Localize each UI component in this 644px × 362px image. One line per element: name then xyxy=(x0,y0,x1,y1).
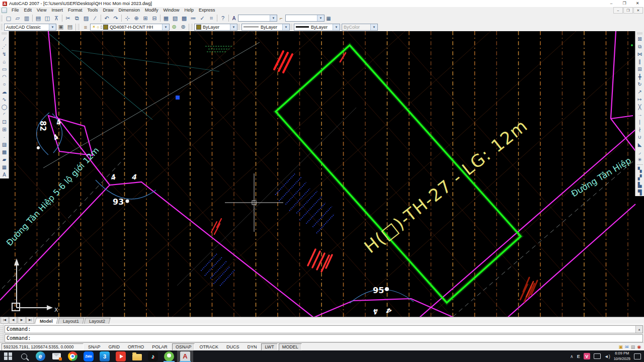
workspace-settings-icon[interactable]: ▣ xyxy=(56,23,65,31)
command-scrollbar[interactable]: ▲▼ xyxy=(635,326,642,333)
make-block-icon[interactable]: ⊞ xyxy=(1,126,9,133)
taskbar-edge[interactable]: e xyxy=(32,350,48,362)
point-82-label[interactable]: 82 xyxy=(38,121,47,131)
doc-close-icon[interactable]: ✕ xyxy=(633,7,643,14)
scroll-up-icon[interactable]: ▲ xyxy=(638,326,640,333)
point-93-label[interactable]: 93 xyxy=(113,197,124,207)
chevron-down-icon[interactable]: ▼ xyxy=(230,24,237,30)
parcel-label[interactable]: H(□)-TH-27 - LG: 12m xyxy=(360,115,531,257)
line-icon[interactable]: ∕ xyxy=(1,35,9,43)
status-tray-icon[interactable]: ▣ xyxy=(619,344,623,349)
tab-first-icon[interactable]: |◀ xyxy=(1,317,9,324)
minimize-icon[interactable]: – xyxy=(605,0,618,7)
circle-icon[interactable]: ○ xyxy=(1,80,9,88)
taskbar-file-explorer[interactable] xyxy=(129,350,145,362)
command-input[interactable]: Command: xyxy=(5,334,643,342)
parcel-outline[interactable] xyxy=(276,45,521,303)
menu-tools[interactable]: Tools xyxy=(85,7,100,14)
menu-window[interactable]: Window xyxy=(161,7,182,14)
move-icon[interactable]: ╋ xyxy=(636,73,644,80)
taskbar-zalo[interactable]: Zalo xyxy=(80,350,97,362)
taskbar-chrome[interactable] xyxy=(64,350,80,362)
chevron-down-icon[interactable]: ▼ xyxy=(49,24,56,30)
status-tray-icon[interactable]: ◉ xyxy=(637,344,641,349)
extend-icon[interactable]: → xyxy=(636,111,644,118)
text-style-combo[interactable]: ▼ xyxy=(238,15,277,22)
menu-insert[interactable]: Insert xyxy=(49,7,65,14)
tab-prev-icon[interactable]: ◀ xyxy=(9,317,17,324)
menu-modify[interactable]: Modify xyxy=(142,7,161,14)
polygon-icon[interactable]: ⌂ xyxy=(1,58,9,65)
menu-help[interactable]: Help xyxy=(182,7,197,14)
copy-icon[interactable]: ⧉ xyxy=(72,15,82,22)
chevron-down-icon[interactable]: ▼ xyxy=(282,24,289,30)
taskbar-search[interactable] xyxy=(16,350,32,362)
linetype-combo[interactable]: ByLayer ▼ xyxy=(242,24,290,31)
display-icon[interactable] xyxy=(594,353,601,359)
chevron-down-icon[interactable]: ▼ xyxy=(333,24,340,30)
doc-minimize-icon[interactable]: – xyxy=(613,7,623,14)
undo-icon[interactable]: ↶ xyxy=(102,15,111,22)
tab-last-icon[interactable]: ▶| xyxy=(26,317,34,324)
region-icon[interactable]: ▰ xyxy=(1,156,9,163)
join-icon[interactable]: ∪ xyxy=(636,133,644,141)
toggle-grid[interactable]: GRID xyxy=(105,343,124,350)
my-workspace-icon[interactable]: ▤ xyxy=(65,23,74,31)
road-right-label[interactable]: Đường Tân Hiệp xyxy=(570,155,633,199)
taskbar-coc-coc[interactable] xyxy=(161,350,177,362)
publish-icon[interactable]: ⊼ xyxy=(52,15,61,22)
e-app-icon[interactable]: E xyxy=(577,354,580,359)
command-window-grip[interactable] xyxy=(0,324,4,342)
layer-lock-icon[interactable]: ▯ xyxy=(101,25,103,29)
copy-icon[interactable]: ⧉ xyxy=(636,43,644,50)
trim-icon[interactable]: ╳ xyxy=(636,103,644,111)
properties-icon[interactable]: ▦ xyxy=(162,15,171,22)
quickcalc-icon[interactable]: ⌗ xyxy=(207,15,216,22)
close-icon[interactable]: ✕ xyxy=(631,0,644,7)
rectangle-icon[interactable]: ▭ xyxy=(1,65,9,73)
menu-view[interactable]: View xyxy=(34,7,49,14)
send-under-icon[interactable]: ▜ xyxy=(636,189,644,196)
color-combo[interactable]: ByLayer ▼ xyxy=(194,24,237,31)
sheetset-manager-icon[interactable]: ≔ xyxy=(189,15,198,22)
menu-format[interactable]: Format xyxy=(65,7,85,14)
toolbar-grip[interactable] xyxy=(2,33,7,34)
open-icon[interactable]: ▱ xyxy=(13,15,22,22)
mirror-icon[interactable]: ⋈ xyxy=(636,50,644,58)
toggle-osnap[interactable]: OSNAP xyxy=(172,343,195,350)
menu-express[interactable]: Express xyxy=(196,7,218,14)
tool-palettes-icon[interactable]: ▩ xyxy=(180,15,189,22)
toggle-lwt[interactable]: LWT xyxy=(261,343,277,350)
restore-icon[interactable]: ❐ xyxy=(618,0,631,7)
layer-on-icon[interactable]: ☀ xyxy=(92,25,96,29)
hatch-icon[interactable]: ▨ xyxy=(1,141,9,148)
scale-icon[interactable]: ↗ xyxy=(636,88,644,96)
arc-icon[interactable]: ◠ xyxy=(1,73,9,80)
designcenter-icon[interactable]: ▧ xyxy=(171,15,180,22)
pan-icon[interactable]: ⊹ xyxy=(123,15,132,22)
chevron-down-icon[interactable]: ▼ xyxy=(162,24,169,30)
layer-previous-icon[interactable]: ⊛ xyxy=(179,23,188,31)
match-properties-icon[interactable]: ∕ xyxy=(91,15,100,22)
road-left-label[interactable]: Đường Tân Hiệp 5-6 lộ giới 12m xyxy=(5,145,101,247)
text-style-icon[interactable]: A xyxy=(230,15,238,22)
notification-center-icon[interactable] xyxy=(634,353,641,359)
menu-file[interactable]: File xyxy=(9,7,22,14)
explode-icon[interactable]: ✳ xyxy=(636,156,644,163)
chamfer-icon[interactable]: ◣ xyxy=(636,141,644,148)
rotate-icon[interactable]: ↻ xyxy=(636,80,644,88)
taskbar-mail[interactable] xyxy=(48,350,64,362)
taskbar-autocad[interactable]: A xyxy=(177,350,193,362)
insert-block-icon[interactable]: ⊡ xyxy=(1,118,9,126)
break-icon[interactable]: ∤ xyxy=(636,126,644,133)
zoom-window-icon[interactable]: ⊞ xyxy=(141,15,150,22)
status-tray-icon[interactable]: ✉ xyxy=(625,344,629,349)
zoom-previous-icon[interactable]: ⊟ xyxy=(150,15,159,22)
plot-preview-icon[interactable]: ◫ xyxy=(43,15,52,22)
chevron-down-icon[interactable]: ▼ xyxy=(270,15,277,21)
send-to-back-icon[interactable]: ▞ xyxy=(636,173,644,181)
dim-style-icon[interactable]: ⌐ xyxy=(277,15,285,22)
taskbar-video-app[interactable] xyxy=(113,350,129,362)
qnew-icon[interactable]: ▢ xyxy=(4,15,13,22)
workspace-combo[interactable]: AutoCAD Classic ▼ xyxy=(4,24,56,31)
